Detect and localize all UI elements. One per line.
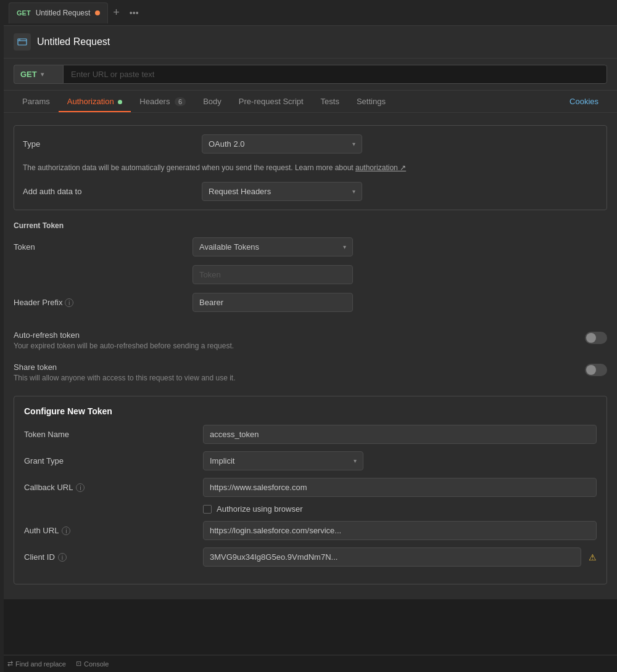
authorize-browser-checkbox[interactable] — [203, 505, 212, 514]
tab-unsaved-dot — [95, 10, 100, 15]
headers-badge: 6 — [175, 97, 186, 106]
request-title: Untitled Request — [37, 36, 110, 47]
auto-refresh-content: Auto-refresh token Your expired token wi… — [14, 330, 579, 350]
bottom-bar: ⇄ Find and replace ⊡ Console — [0, 655, 617, 672]
svg-rect-0 — [18, 39, 27, 45]
auto-refresh-desc: Your expired token will be auto-refreshe… — [14, 342, 579, 350]
share-token-title: Share token — [14, 363, 579, 372]
tab-cookies[interactable]: Cookies — [561, 91, 607, 112]
console-icon: ⊡ — [76, 660, 81, 668]
configure-token-heading: Configure New Token — [24, 406, 597, 416]
add-auth-row: Add auth data to Request Headers ▾ — [23, 182, 598, 201]
left-panel — [0, 0, 4, 672]
token-name-label: Token Name — [24, 430, 203, 439]
add-auth-value: Request Headers — [209, 187, 271, 196]
console-link[interactable]: ⊡ Console — [76, 660, 109, 668]
grant-type-chevron: ▾ — [354, 457, 357, 464]
type-chevron: ▾ — [352, 141, 355, 147]
token-label: Token — [14, 242, 193, 252]
auth-url-label: Auth URL i — [24, 526, 203, 535]
grant-type-select[interactable]: Implicit ▾ — [203, 451, 363, 470]
tab-method: GET — [17, 9, 31, 17]
tab-pre-request-script[interactable]: Pre-request Script — [230, 91, 312, 112]
configure-new-token-box: Configure New Token Token Name Grant Typ… — [14, 396, 607, 584]
auth-type-box: Type OAuth 2.0 ▾ The authorization data … — [14, 125, 607, 210]
tab-bar: GET Untitled Request + ••• — [4, 0, 617, 26]
more-tabs-button[interactable]: ••• — [125, 6, 144, 20]
tab-title: Untitled Request — [36, 9, 91, 17]
authorization-link[interactable]: authorization ↗ — [355, 163, 406, 172]
tab-settings[interactable]: Settings — [348, 91, 394, 112]
callback-url-row: Callback URL i — [24, 478, 597, 497]
client-id-label: Client ID i — [24, 552, 203, 562]
method-chevron: ▾ — [41, 71, 44, 78]
type-row: Type OAuth 2.0 ▾ — [23, 134, 598, 154]
callback-url-label: Callback URL i — [24, 483, 203, 492]
share-token-content: Share token This will allow anyone with … — [14, 363, 579, 382]
share-token-knob — [586, 365, 596, 375]
tab-authorization[interactable]: Authorization — [59, 91, 131, 112]
token-input-row — [14, 265, 607, 284]
grant-type-value: Implicit — [210, 456, 234, 465]
token-chevron: ▾ — [343, 244, 346, 250]
header-prefix-label: Header Prefix i — [14, 298, 193, 307]
authorize-browser-row: Authorize using browser — [203, 504, 597, 514]
request-icon — [14, 33, 31, 51]
find-replace-link[interactable]: ⇄ Find and replace — [7, 660, 66, 668]
type-label: Type — [23, 139, 202, 149]
current-token-heading: Current Token — [4, 215, 617, 234]
token-name-input[interactable] — [203, 425, 597, 444]
auto-refresh-knob — [586, 333, 596, 343]
add-auth-select[interactable]: Request Headers ▾ — [202, 182, 362, 201]
tab-tests[interactable]: Tests — [312, 91, 348, 112]
grant-type-label: Grant Type — [24, 456, 203, 465]
token-area: Token Available Tokens ▾ Header Prefix i — [4, 234, 617, 324]
grant-type-row: Grant Type Implicit ▾ — [24, 451, 597, 470]
token-value: Available Tokens — [199, 242, 259, 252]
header-prefix-row: Header Prefix i — [14, 293, 607, 312]
new-tab-button[interactable]: + — [108, 4, 125, 22]
method-value: GET — [20, 70, 37, 79]
auth-url-info-icon[interactable]: i — [62, 527, 70, 535]
type-value: OAuth 2.0 — [209, 139, 245, 149]
add-auth-chevron: ▾ — [352, 188, 355, 195]
tab-body[interactable]: Body — [194, 91, 230, 112]
client-id-info-icon[interactable]: i — [58, 553, 67, 562]
find-replace-icon: ⇄ — [7, 660, 13, 668]
token-row: Token Available Tokens ▾ — [14, 237, 607, 256]
client-id-row: Client ID i ⚠ — [24, 547, 597, 567]
authorization-active-dot — [118, 100, 122, 104]
method-select[interactable]: GET ▾ — [14, 65, 63, 84]
url-bar: GET ▾ — [4, 59, 617, 91]
tab-params[interactable]: Params — [14, 91, 59, 112]
client-id-warning-icon: ⚠ — [589, 552, 597, 562]
header-prefix-info-icon[interactable]: i — [65, 298, 73, 307]
callback-url-info-icon[interactable]: i — [76, 483, 85, 492]
client-id-input[interactable] — [203, 547, 581, 567]
share-token-desc: This will allow anyone with access to th… — [14, 374, 579, 382]
authorize-browser-label[interactable]: Authorize using browser — [217, 504, 302, 514]
token-name-row: Token Name — [24, 425, 597, 444]
auth-url-row: Auth URL i — [24, 521, 597, 540]
auth-url-input[interactable] — [203, 521, 597, 540]
add-auth-label: Add auth data to — [23, 187, 202, 196]
nav-tabs: Params Authorization Headers 6 Body Pre-… — [4, 91, 617, 113]
share-token-switch[interactable] — [585, 364, 607, 376]
callback-url-input[interactable] — [203, 478, 597, 497]
auth-description: The authorization data will be automatic… — [23, 162, 598, 173]
request-header: Untitled Request — [4, 26, 617, 59]
auto-refresh-title: Auto-refresh token — [14, 330, 579, 340]
share-token-row: Share token This will allow anyone with … — [4, 356, 617, 388]
auto-refresh-switch[interactable] — [585, 332, 607, 344]
tab-untitled-request[interactable]: GET Untitled Request — [9, 2, 108, 23]
type-select[interactable]: OAuth 2.0 ▾ — [202, 134, 362, 154]
auto-refresh-toggle[interactable] — [585, 332, 607, 344]
tab-headers[interactable]: Headers 6 — [131, 91, 194, 112]
url-input[interactable] — [63, 65, 607, 84]
main-content: Type OAuth 2.0 ▾ The authorization data … — [4, 113, 617, 599]
share-token-toggle[interactable] — [585, 364, 607, 376]
auto-refresh-row: Auto-refresh token Your expired token wi… — [4, 324, 617, 356]
header-prefix-input[interactable] — [193, 293, 353, 312]
token-select[interactable]: Available Tokens ▾ — [193, 237, 353, 256]
token-input[interactable] — [193, 265, 353, 284]
